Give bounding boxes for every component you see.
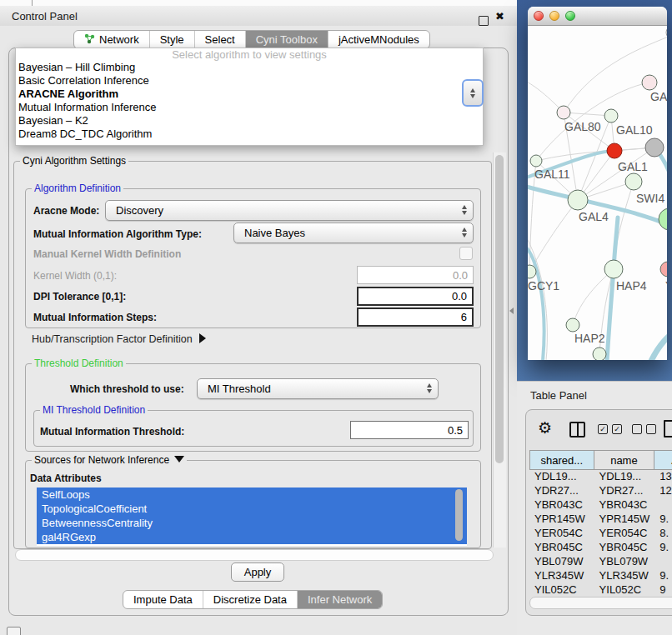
close-icon[interactable]: ✖ [495, 10, 504, 22]
bottom-left-panel-icon[interactable] [7, 627, 21, 635]
table-row[interactable]: YBR045CYBR045C9. [529, 541, 672, 555]
network-canvas[interactable]: GAL8GAL80GAL10GAL11GAL1SWI4GAL4GCY1HAP4Y… [528, 26, 667, 360]
network-edge-strong[interactable] [651, 328, 667, 360]
column-header-shared[interactable]: shared... [529, 450, 594, 470]
network-node[interactable] [642, 75, 657, 90]
network-edge-strong[interactable] [528, 244, 544, 360]
gear-icon[interactable]: ⚙ [538, 420, 552, 436]
tab-label: Network [99, 33, 139, 46]
table-row[interactable]: YDL19...YDL19...13 [529, 470, 672, 484]
network-edge[interactable] [564, 112, 611, 116]
settings-horizontal-scrollbar[interactable] [15, 549, 494, 561]
checked-box-icon[interactable]: ✓ [612, 424, 622, 434]
minimize-traffic-light[interactable] [549, 11, 559, 21]
node-label-gal10: GAL10 [616, 123, 653, 137]
cyni-settings-group-title: Cyni Algorithm Settings [20, 155, 128, 167]
divider-tick [32, 0, 33, 6]
table-row[interactable]: YBL079WYBL079W [529, 555, 672, 569]
tab-jactivemnodules[interactable]: jActiveMNodules [328, 31, 429, 48]
network-node[interactable] [593, 348, 606, 360]
tab-select[interactable]: Select [195, 31, 246, 48]
mi-steps-field[interactable]: 6 [357, 308, 474, 327]
table-cell [654, 498, 672, 512]
table-row[interactable]: YIL052CYIL052C9 [529, 583, 672, 596]
algorithm-option-bayesian-k2[interactable]: Bayesian – K2 [16, 114, 483, 128]
attribute-betweennesscentrality[interactable]: BetweennessCentrality [37, 516, 467, 530]
apply-button[interactable]: Apply [231, 562, 284, 582]
table-cell: YIL052C [529, 583, 594, 596]
table-row[interactable]: YLR345WYLR345W9. [529, 569, 672, 583]
hub-definition-disclosure[interactable]: Hub/Transcription Factor Definition [32, 333, 206, 345]
network-edge[interactable] [573, 269, 614, 325]
node-label-gal8: GAL8 [650, 90, 667, 103]
zoom-traffic-light[interactable] [565, 11, 575, 21]
network-edge[interactable] [528, 80, 564, 112]
attributes-scrollbar[interactable] [455, 489, 463, 541]
algorithm-option-basic-correlation-inference[interactable]: Basic Correlation Inference [16, 74, 483, 88]
network-node[interactable] [659, 208, 667, 230]
mi-steps-value: 6 [461, 311, 467, 323]
table-cell: YPR145W [594, 512, 655, 527]
dropdown-items: Bayesian – Hill ClimbingBasic Correlatio… [16, 61, 483, 141]
aracne-mode-select[interactable]: Discovery [105, 200, 474, 221]
dpi-tolerance-field[interactable]: 0.0 [357, 287, 474, 306]
column-header-name[interactable]: name [594, 450, 655, 470]
unchecked-box-icon[interactable] [632, 424, 642, 434]
table-row[interactable]: YDR27...YDR27...12 [529, 484, 672, 498]
algorithm-option-bayesian-hill-climbing[interactable]: Bayesian – Hill Climbing [16, 61, 483, 74]
network-node[interactable] [557, 106, 570, 119]
close-traffic-light[interactable] [534, 11, 544, 21]
network-node[interactable] [607, 143, 622, 158]
mi-threshold-field[interactable]: 0.5 [350, 421, 469, 439]
table-row[interactable]: YBR043CYBR043C [529, 498, 672, 512]
network-node[interactable] [604, 109, 618, 122]
control-panel-title: Control Panel [12, 10, 78, 22]
disclosure-right-icon [199, 333, 206, 343]
tab-network[interactable]: Network [74, 31, 150, 48]
panel-divider-handle[interactable] [509, 308, 514, 314]
table-row[interactable]: YPR145WYPR145W9. [529, 512, 672, 527]
network-graph[interactable]: GAL8GAL80GAL10GAL11GAL1SWI4GAL4GCY1HAP4Y… [528, 26, 667, 360]
unchecked-box-icon[interactable] [646, 424, 656, 434]
tab-cyni-toolbox[interactable]: Cyni Toolbox [246, 31, 328, 48]
mi-type-select[interactable]: Naive Bayes [233, 222, 474, 243]
settings-vertical-scrollbar[interactable] [493, 152, 506, 548]
attribute-selfloops[interactable]: SelfLoops [37, 488, 467, 502]
algorithm-option-aracne-algorithm[interactable]: ARACNE Algorithm [16, 88, 483, 101]
network-node[interactable] [566, 318, 579, 332]
network-node[interactable] [645, 138, 664, 157]
tab-discretize-data[interactable]: Discretize Data [203, 591, 298, 608]
scrollbar-thumb[interactable] [495, 155, 504, 463]
checked-box-icon[interactable]: ✓ [598, 424, 608, 434]
table-cell: 9. [654, 569, 672, 583]
table-cell: YBR043C [529, 498, 594, 512]
kernel-width-field[interactable]: 0.0 [357, 266, 474, 284]
node-table: shared...nameA YDL19...YDL19...13YDR27..… [529, 450, 672, 596]
manual-kernel-checkbox[interactable] [459, 247, 473, 260]
columns-icon[interactable] [569, 422, 585, 438]
network-node[interactable] [604, 260, 623, 278]
table-cell: YBL079W [594, 555, 655, 569]
network-node[interactable] [530, 155, 542, 167]
sources-group-title[interactable]: Sources for Network Inference [32, 454, 187, 466]
float-window-icon[interactable] [479, 16, 489, 26]
table-row[interactable]: YER054CYER054C8. [529, 527, 672, 541]
algorithm-option-mutual-information-inference[interactable]: Mutual Information Inference [16, 101, 483, 114]
stepper-arrows-icon [427, 383, 432, 393]
page-icon[interactable] [664, 420, 672, 438]
table-cell: YLR345W [529, 569, 594, 583]
table-horizontal-scrollbar[interactable] [529, 597, 672, 609]
tab-label: Select [205, 33, 235, 46]
data-attributes-list[interactable]: SelfLoopsTopologicalCoefficientBetweenne… [37, 488, 467, 546]
which-threshold-select[interactable]: MI Threshold [197, 378, 439, 399]
network-node[interactable] [625, 173, 642, 190]
tab-impute-data[interactable]: Impute Data [123, 591, 203, 608]
attribute-gal4rgexp[interactable]: gal4RGexp [37, 530, 467, 544]
network-node[interactable] [660, 262, 667, 277]
attribute-topologicalcoefficient[interactable]: TopologicalCoefficient [37, 502, 467, 516]
tab-infer-network[interactable]: Infer Network [298, 591, 382, 608]
algorithm-option-dream8-dc-tdc-algorithm[interactable]: Dream8 DC_TDC Algorithm [16, 128, 483, 141]
tab-style[interactable]: Style [150, 31, 195, 48]
column-header-a[interactable]: A [654, 450, 672, 470]
network-node[interactable] [568, 190, 588, 210]
